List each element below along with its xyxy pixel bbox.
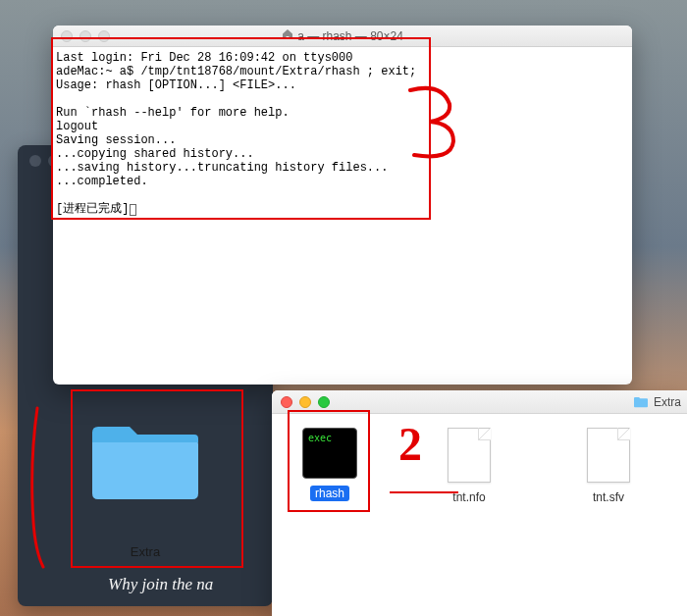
finder-title: Extra xyxy=(633,395,681,409)
folder-icon xyxy=(633,395,649,408)
file-label: tnt.sfv xyxy=(588,489,629,505)
zoom-button[interactable] xyxy=(98,30,110,42)
terminal-titlebar[interactable]: a — rhash — 80×24 xyxy=(53,26,632,47)
file-label: tnt.nfo xyxy=(448,489,490,505)
close-button[interactable] xyxy=(61,30,73,42)
document-icon xyxy=(448,428,491,483)
document-icon xyxy=(587,428,630,483)
folder-extra-large[interactable] xyxy=(86,417,204,505)
file-tnt-sfv[interactable]: tnt.sfv xyxy=(568,428,649,505)
finder-window: Extra exec rhash tnt.nfo tnt.sfv xyxy=(272,390,687,616)
terminal-title: a — rhash — 80×24 xyxy=(282,28,403,43)
terminal-cursor xyxy=(130,204,136,216)
exec-icon: exec xyxy=(302,428,357,479)
zoom-button[interactable] xyxy=(318,396,330,408)
folder-icon xyxy=(86,417,204,505)
finder-titlebar[interactable]: Extra xyxy=(272,390,687,414)
home-icon xyxy=(282,28,293,43)
finder-file-area[interactable]: exec rhash tnt.nfo tnt.sfv xyxy=(272,414,687,519)
folder-label: Extra xyxy=(86,544,204,559)
annotation-number-2: 2 xyxy=(398,417,422,471)
close-button[interactable] xyxy=(281,396,292,408)
file-tnt-nfo[interactable]: tnt.nfo xyxy=(429,428,509,505)
traffic-lights xyxy=(281,396,330,408)
traffic-lights xyxy=(61,30,110,42)
minimize-button[interactable] xyxy=(79,30,91,42)
file-rhash[interactable]: exec rhash xyxy=(290,428,370,505)
terminal-content[interactable]: Last login: Fri Dec 28 16:09:42 on ttys0… xyxy=(53,47,632,220)
tagline-text: Why join the na xyxy=(108,575,213,594)
minimize-button[interactable] xyxy=(299,396,311,408)
terminal-window: a — rhash — 80×24 Last login: Fri Dec 28… xyxy=(53,26,632,385)
file-label: rhash xyxy=(310,486,349,501)
